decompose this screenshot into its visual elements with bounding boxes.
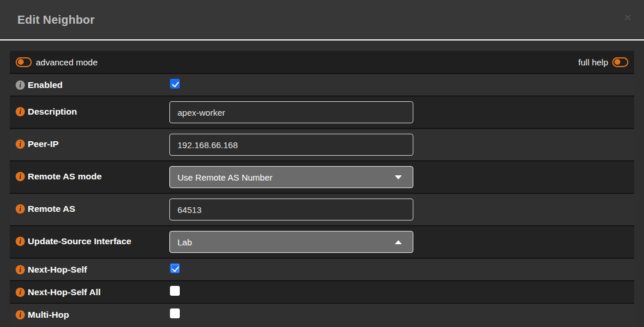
field-label: Next-Hop-Self All (28, 287, 101, 297)
full-help-label: full help (578, 57, 608, 67)
select-value: Use Remote AS Number (177, 172, 395, 182)
form-row-next-hop-self-all: i Next-Hop-Self All (10, 281, 634, 303)
checkbox-multi-hop[interactable] (170, 308, 180, 318)
field-control-cell (169, 79, 628, 91)
field-control-cell (169, 134, 628, 156)
options-bar: advanced mode full help (10, 51, 634, 73)
field-control-cell (169, 286, 628, 298)
info-circle-icon[interactable]: i (16, 310, 25, 319)
field-label: Peer-IP (28, 139, 58, 149)
form-row-peer-ip: i Peer-IP (10, 129, 634, 160)
input-remote-as[interactable] (169, 199, 413, 221)
form-row-multi-hop: i Multi-Hop (10, 304, 634, 325)
info-circle-icon[interactable]: i (16, 80, 25, 90)
field-control-cell: Use Remote AS Number (169, 166, 628, 188)
caret-down-icon (395, 175, 402, 179)
field-label: Update-Source Interface (28, 236, 131, 247)
field-label-cell: i Multi-Hop (16, 310, 169, 320)
toggle-knob (615, 59, 620, 65)
field-label-cell: i Peer-IP (16, 134, 169, 149)
info-circle-icon[interactable]: i (16, 265, 25, 274)
select-remote-as-mode[interactable]: Use Remote AS Number (169, 166, 413, 188)
field-label-cell: i Description (16, 101, 169, 117)
edit-neighbor-form: advanced mode full help i Enabled i Desc… (10, 51, 634, 325)
form-row-description: i Description (10, 97, 634, 128)
form-row-next-hop-self: i Next-Hop-Self (10, 259, 634, 280)
field-label-cell: i Next-Hop-Self All (16, 287, 169, 297)
checkbox-enabled[interactable] (170, 79, 180, 89)
info-circle-icon[interactable]: i (16, 204, 25, 214)
checkbox-next-hop-self-all[interactable] (170, 286, 180, 296)
field-label: Enabled (28, 80, 62, 90)
select-update-source-interface[interactable]: Lab (169, 231, 413, 253)
modal-body: advanced mode full help i Enabled i Desc… (0, 41, 644, 325)
modal-header: Edit Neighbor × (0, 0, 644, 39)
field-control-cell: Lab (169, 231, 628, 253)
select-value: Lab (177, 237, 395, 247)
input-description[interactable] (169, 101, 413, 123)
input-peer-ip[interactable] (169, 134, 413, 156)
field-control-cell (169, 308, 628, 321)
field-label-cell: i Next-Hop-Self (16, 264, 169, 275)
field-label: Next-Hop-Self (28, 264, 87, 275)
advanced-mode-label: advanced mode (36, 57, 98, 67)
field-control-cell (169, 199, 628, 221)
close-icon[interactable]: × (621, 9, 635, 25)
field-label-cell: i Remote AS mode (16, 166, 169, 182)
field-label-cell: i Update-Source Interface (16, 231, 169, 247)
full-help-toggle-icon[interactable] (612, 57, 628, 67)
form-row-update-source-interface: i Update-Source Interface Lab (10, 226, 634, 258)
field-control-cell (169, 263, 628, 275)
info-circle-icon[interactable]: i (16, 139, 25, 149)
caret-up-icon (395, 240, 402, 244)
toggle-knob (18, 59, 24, 65)
form-row-enabled: i Enabled (10, 74, 634, 95)
field-label-cell: i Remote AS (16, 199, 169, 214)
checkbox-next-hop-self[interactable] (170, 263, 180, 273)
field-control-cell (169, 101, 628, 123)
form-row-remote-as: i Remote AS (10, 194, 634, 225)
form-row-remote-as-mode: i Remote AS mode Use Remote AS Number (10, 161, 634, 193)
info-circle-icon[interactable]: i (16, 237, 25, 246)
field-label: Remote AS mode (28, 171, 102, 182)
info-circle-icon[interactable]: i (16, 288, 25, 297)
field-label: Description (28, 106, 77, 117)
field-label: Remote AS (28, 204, 75, 214)
field-label: Multi-Hop (28, 310, 69, 320)
modal-title: Edit Neighbor (17, 13, 95, 27)
field-label-cell: i Enabled (16, 80, 169, 90)
info-circle-icon[interactable]: i (16, 172, 25, 181)
advanced-mode-toggle-icon[interactable] (16, 57, 32, 67)
info-circle-icon[interactable]: i (16, 107, 25, 116)
